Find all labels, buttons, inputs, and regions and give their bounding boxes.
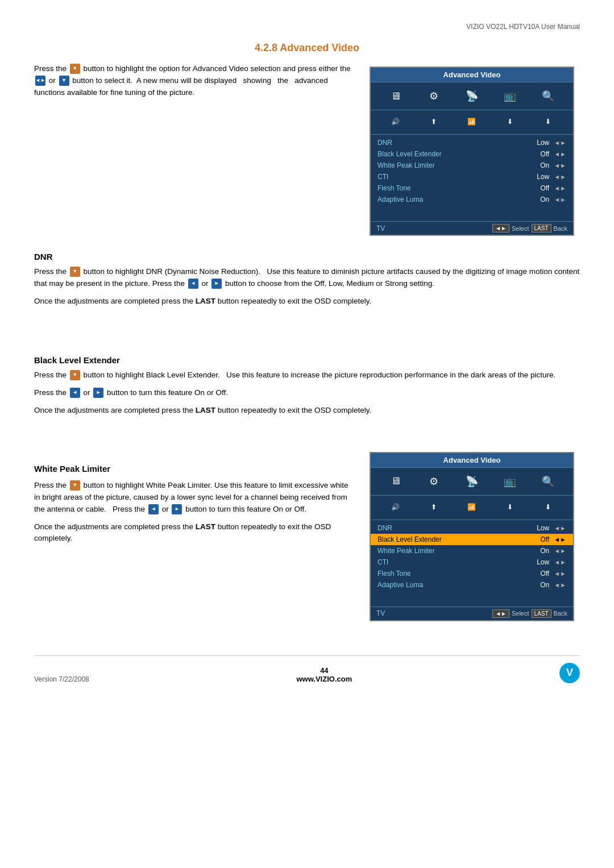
osd2-value-cti: Low <box>526 558 549 566</box>
osd-arrow-dnr: ◄► <box>554 139 566 146</box>
osd2-icon2-5: ⬇ <box>536 497 561 517</box>
osd-row-wpl: White Peak Limiter On ◄► <box>371 160 573 171</box>
osd-menu-1-container: Advanced Video 🖥 ⚙ 📡 📺 🔍 🔊 ⬆ 📶 ⬇ ⬇ <box>370 63 580 236</box>
wpl-left-icon: ◄ <box>148 504 159 514</box>
osd-value-ble: Off <box>526 150 549 158</box>
osd-row-dnr: DNR Low ◄► <box>371 137 573 148</box>
black-level-heading: Black Level Extender <box>34 355 580 365</box>
osd-icon-2-1: 🔊 <box>383 111 408 132</box>
osd-row-ble: Black Level Extender Off ◄► <box>371 148 573 160</box>
osd-title-2: Advanced Video <box>371 453 573 468</box>
osd-arrow-cti: ◄► <box>554 173 566 180</box>
osd2-value-wpl: On <box>526 547 549 555</box>
osd-icons-row-2: 🔊 ⬆ 📶 ⬇ ⬇ <box>371 110 573 135</box>
osd-icon-2-5: ⬇ <box>536 111 561 132</box>
osd2-arrow-dnr: ◄► <box>554 525 566 531</box>
osd-arrow-ft: ◄► <box>554 185 566 192</box>
osd2-back-label: Back <box>554 610 567 617</box>
wpl-right-icon: ► <box>172 504 182 514</box>
osd2-arrow-ble: ◄► <box>554 536 566 543</box>
dnr-heading: DNR <box>34 252 580 261</box>
osd-label-ble: Black Level Extender <box>377 150 526 158</box>
spacer-2 <box>34 426 580 448</box>
nav-icon-1: ▼ <box>70 64 80 74</box>
osd2-arrow-ft: ◄► <box>554 570 566 577</box>
osd-controls-2: ◄► Select LAST Back <box>492 609 567 618</box>
osd2-icon-satellite: 📡 <box>459 471 484 492</box>
footer-website: www.VIZIO.com <box>89 675 559 683</box>
osd-nav-icon-1: ◄► <box>492 224 509 232</box>
osd2-row-ft: Flesh Tone Off ◄► <box>371 568 573 579</box>
osd2-row-dnr: DNR Low ◄► <box>371 522 573 534</box>
white-peak-heading: White Peak Limiter <box>34 462 356 475</box>
osd2-label-ble: Black Level Extender <box>377 535 526 543</box>
section-428-text: Press the ▼ button to highlight the opti… <box>34 63 356 236</box>
osd-last-btn-1: LAST <box>532 224 551 232</box>
black-level-text1: Press the ▼ button to highlight Black Le… <box>34 369 580 381</box>
osd2-arrow-cti: ◄► <box>554 559 566 566</box>
osd2-arrow-al: ◄► <box>554 582 566 588</box>
osd2-icon2-2: ⬆ <box>421 497 446 517</box>
osd-value-al: On <box>526 196 549 203</box>
osd-icons-row2-top: 🖥 ⚙ 📡 📺 🔍 <box>371 468 573 496</box>
osd-label-cti: CTI <box>377 173 526 181</box>
osd-label-dnr: DNR <box>377 139 526 147</box>
footer-version: Version 7/22/2008 <box>34 675 89 683</box>
osd-icon-2-3: 📶 <box>459 111 484 132</box>
osd-row-cti: CTI Low ◄► <box>371 171 573 182</box>
osd2-icon-tv: 🖥 <box>383 471 408 492</box>
osd-icon-remote: 📺 <box>497 86 522 106</box>
wpl-nav-icon: ▼ <box>70 480 80 491</box>
osd2-row-al: Adaptive Luma On ◄► <box>371 579 573 591</box>
ble-right-icon: ► <box>93 388 103 398</box>
ble-nav-icon: ▼ <box>70 370 80 380</box>
osd-value-dnr: Low <box>526 139 549 147</box>
osd-tv-label-1: TV <box>376 225 385 232</box>
osd2-label-wpl: White Peak Limiter <box>377 547 526 555</box>
white-peak-text2: Once the adjustments are completed press… <box>34 521 356 545</box>
white-peak-text1: Press the ▼ button to highlight White Pe… <box>34 480 356 516</box>
black-level-text2: Press the ◄ or ► button to turn this fea… <box>34 387 580 399</box>
ble-left-icon: ◄ <box>70 388 80 398</box>
osd2-icon-settings: ⚙ <box>421 471 446 492</box>
osd-controls-1: ◄► Select LAST Back <box>492 224 567 232</box>
page-footer: Version 7/22/2008 44 www.VIZIO.com V <box>34 655 580 683</box>
osd-icon-zoom: 🔍 <box>536 86 561 106</box>
dnr-text2: Once the adjustments are completed press… <box>34 296 580 308</box>
intro-paragraph: Press the ▼ button to highlight the opti… <box>34 63 356 99</box>
osd2-icon2-1: 🔊 <box>383 497 408 517</box>
osd-label-wpl: White Peak Limiter <box>377 161 526 169</box>
spacer-1 <box>34 317 580 339</box>
osd2-label-cti: CTI <box>377 558 526 566</box>
osd2-value-dnr: Low <box>526 524 549 532</box>
osd2-row-wpl: White Peak Limiter On ◄► <box>371 545 573 556</box>
page-header: VIZIO VO22L HDTV10A User Manual <box>34 23 580 31</box>
osd-arrow-wpl: ◄► <box>554 162 566 169</box>
osd-label-ft: Flesh Tone <box>377 184 526 192</box>
osd2-value-al: On <box>526 581 549 589</box>
dnr-nav-icon: ▼ <box>70 267 80 277</box>
vizio-logo: V <box>559 663 580 683</box>
osd-title-1: Advanced Video <box>371 68 573 82</box>
osd2-label-dnr: DNR <box>377 524 526 532</box>
osd2-row-cti: CTI Low ◄► <box>371 556 573 568</box>
dnr-text1: Press the ▼ button to highlight DNR (Dyn… <box>34 266 580 290</box>
osd-arrow-al: ◄► <box>554 196 566 203</box>
osd-icon-satellite: 📡 <box>459 86 484 106</box>
osd2-label-ft: Flesh Tone <box>377 570 526 578</box>
osd2-icon-remote: 📺 <box>497 471 522 492</box>
osd-value-cti: Low <box>526 173 549 181</box>
osd2-icon2-4: ⬇ <box>497 497 522 517</box>
osd-icon-2-4: ⬇ <box>497 111 522 132</box>
osd2-icon-zoom: 🔍 <box>536 471 561 492</box>
section-428-content: Press the ▼ button to highlight the opti… <box>34 63 580 236</box>
osd-bottom-bar-2: TV ◄► Select LAST Back <box>371 607 573 620</box>
osd2-arrow-wpl: ◄► <box>554 547 566 554</box>
osd-menu-1: Advanced Video 🖥 ⚙ 📡 📺 🔍 🔊 ⬆ 📶 ⬇ ⬇ <box>370 67 574 236</box>
osd-menu-2-container: Advanced Video 🖥 ⚙ 📡 📺 🔍 🔊 ⬆ 📶 ⬇ ⬇ <box>370 448 580 621</box>
osd2-label-al: Adaptive Luma <box>377 581 526 589</box>
white-peak-section-content: White Peak Limiter Press the ▼ button to… <box>34 448 580 621</box>
osd-label-al: Adaptive Luma <box>377 196 526 203</box>
osd-row-ft: Flesh Tone Off ◄► <box>371 182 573 194</box>
osd2-row-ble: Black Level Extender Off ◄► <box>371 534 573 545</box>
